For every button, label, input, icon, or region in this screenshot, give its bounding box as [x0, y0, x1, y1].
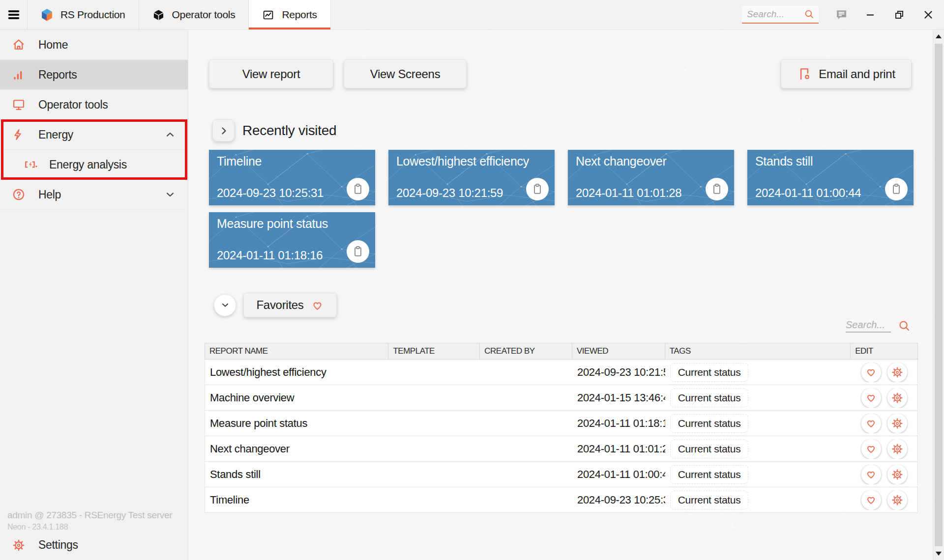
- sidebar-item-settings[interactable]: Settings: [0, 530, 188, 560]
- email-and-print-button[interactable]: Email and print: [781, 59, 912, 88]
- report-tile[interactable]: Lowest/highest efficiency 2024-09-23 10:…: [388, 150, 555, 205]
- report-settings-button[interactable]: [887, 363, 907, 382]
- report-settings-button[interactable]: [887, 388, 907, 408]
- view-report-button[interactable]: View report: [209, 59, 333, 88]
- tile-title: Lowest/highest efficiency: [396, 154, 529, 168]
- favorite-toggle-button[interactable]: [861, 490, 881, 510]
- cell-viewed: 2024-09-23 10:25:31: [572, 494, 665, 506]
- tab-operator-tools[interactable]: Operator tools: [139, 0, 249, 29]
- report-tile[interactable]: Measure point status 2024-01-11 01:18:16: [209, 212, 375, 268]
- lightning-icon: [12, 128, 26, 141]
- favorites-header: Favorites: [214, 293, 337, 317]
- table-row[interactable]: Machine overview 2024-01-15 13:46:47 Cur…: [205, 385, 917, 411]
- minimize-button[interactable]: [860, 4, 880, 26]
- tag-chip: Current status: [670, 465, 749, 484]
- report-settings-button[interactable]: [887, 414, 907, 433]
- table-row[interactable]: Next changeover 2024-01-11 01:01:28 Curr…: [205, 436, 917, 462]
- sidebar-item-reports[interactable]: Reports: [0, 60, 188, 90]
- recently-visited-title: Recently visited: [242, 123, 336, 139]
- global-search: [742, 6, 819, 24]
- scroll-down-button[interactable]: [933, 547, 944, 560]
- gear-icon: [12, 538, 26, 552]
- scrollbar-thumb[interactable]: [935, 44, 943, 546]
- table-row[interactable]: Lowest/highest efficiency 2024-09-23 10:…: [205, 360, 917, 385]
- sidebar-item-operator-tools[interactable]: Operator tools: [0, 90, 188, 120]
- table-row[interactable]: Stands still 2024-01-11 01:00:44 Current…: [205, 462, 917, 487]
- report-settings-button[interactable]: [887, 439, 907, 459]
- sidebar-item-label: Energy: [38, 128, 73, 141]
- sidebar: Home Reports Operator tools Energy: [0, 30, 188, 560]
- battery-charging-icon: [23, 158, 38, 171]
- sidebar-item-home[interactable]: Home: [0, 30, 188, 60]
- favorite-toggle-button[interactable]: [861, 388, 881, 408]
- cell-viewed: 2024-01-11 01:18:16: [572, 417, 665, 430]
- sidebar-item-energy-analysis[interactable]: Energy analysis: [0, 150, 188, 180]
- heart-icon: [311, 299, 324, 312]
- email-print-label: Email and print: [819, 67, 895, 81]
- table-search-input[interactable]: [846, 318, 891, 333]
- column-header-edit: EDIT: [851, 343, 917, 359]
- sidebar-item-energy[interactable]: Energy: [0, 120, 188, 150]
- tab-rs-production[interactable]: RS Production: [27, 0, 139, 29]
- favorites-button[interactable]: Favorites: [243, 293, 337, 317]
- sidebar-item-help[interactable]: Help: [0, 180, 188, 210]
- report-settings-button[interactable]: [887, 490, 907, 510]
- tag-chip: Current status: [670, 363, 749, 382]
- heart-icon: [865, 443, 877, 455]
- gear-icon: [891, 494, 904, 506]
- favorite-toggle-button[interactable]: [861, 363, 881, 382]
- cell-report-name: Lowest/highest efficiency: [205, 366, 388, 379]
- global-search-input[interactable]: [746, 8, 801, 20]
- tile-timestamp: 2024-09-23 10:25:31: [217, 186, 324, 200]
- chevron-up-icon: [164, 129, 176, 140]
- reports-table: REPORT NAME TEMPLATE CREATED BY VIEWED T…: [205, 343, 918, 513]
- gear-icon: [891, 417, 904, 430]
- cell-edit: [851, 490, 917, 510]
- column-header-created-by: CREATED BY: [480, 343, 572, 359]
- tile-title: Measure point status: [217, 217, 328, 231]
- recently-visited-expand-button[interactable]: [212, 119, 235, 141]
- favorites-collapse-button[interactable]: [214, 294, 236, 316]
- recently-visited-tiles: Timeline 2024-09-23 10:25:31: [209, 150, 914, 268]
- view-screens-button[interactable]: View Screens: [344, 59, 467, 88]
- gear-icon: [891, 468, 904, 481]
- sidebar-item-label: Reports: [38, 68, 77, 82]
- report-tile[interactable]: Stands still 2024-01-11 01:00:44: [747, 150, 914, 205]
- report-tile[interactable]: Timeline 2024-09-23 10:25:31: [209, 150, 375, 205]
- gear-icon: [891, 392, 904, 404]
- column-header-template: TEMPLATE: [388, 343, 480, 359]
- chevron-down-icon: [220, 300, 231, 310]
- cell-viewed: 2024-01-15 13:46:47: [572, 392, 665, 404]
- chat-button[interactable]: [831, 4, 851, 26]
- chevron-right-icon: [218, 125, 230, 137]
- column-header-tags: TAGS: [665, 343, 851, 359]
- tab-reports[interactable]: Reports: [248, 0, 330, 29]
- search-icon[interactable]: [804, 9, 815, 20]
- tab-label: Operator tools: [172, 9, 236, 21]
- triangle-down-icon: [936, 552, 942, 556]
- favorite-toggle-button[interactable]: [861, 414, 881, 433]
- chat-icon: [835, 9, 848, 21]
- cell-tags: Current status: [665, 389, 851, 407]
- table-row[interactable]: Timeline 2024-09-23 10:25:31 Current sta…: [205, 487, 917, 513]
- home-icon: [12, 38, 26, 52]
- favorite-toggle-button[interactable]: [861, 439, 881, 459]
- favorite-toggle-button[interactable]: [861, 465, 881, 484]
- cell-report-name: Timeline: [205, 494, 388, 506]
- scroll-up-button[interactable]: [933, 30, 944, 43]
- clipboard-badge: [347, 178, 369, 200]
- clipboard-badge: [347, 240, 369, 263]
- report-settings-button[interactable]: [887, 465, 907, 484]
- tile-title: Stands still: [755, 154, 813, 168]
- gear-icon: [891, 443, 904, 455]
- close-button[interactable]: [918, 4, 938, 26]
- heart-icon: [865, 468, 877, 480]
- cell-viewed: 2024-01-11 01:01:28: [572, 443, 665, 455]
- sidebar-item-label: Operator tools: [38, 98, 108, 112]
- restore-button[interactable]: [889, 4, 909, 26]
- table-row[interactable]: Measure point status 2024-01-11 01:18:16…: [205, 411, 917, 436]
- hamburger-menu-button[interactable]: [0, 0, 27, 29]
- tile-title: Next changeover: [576, 154, 667, 168]
- search-icon[interactable]: [898, 319, 911, 333]
- report-tile[interactable]: Next changeover 2024-01-11 01:01:28: [568, 150, 734, 205]
